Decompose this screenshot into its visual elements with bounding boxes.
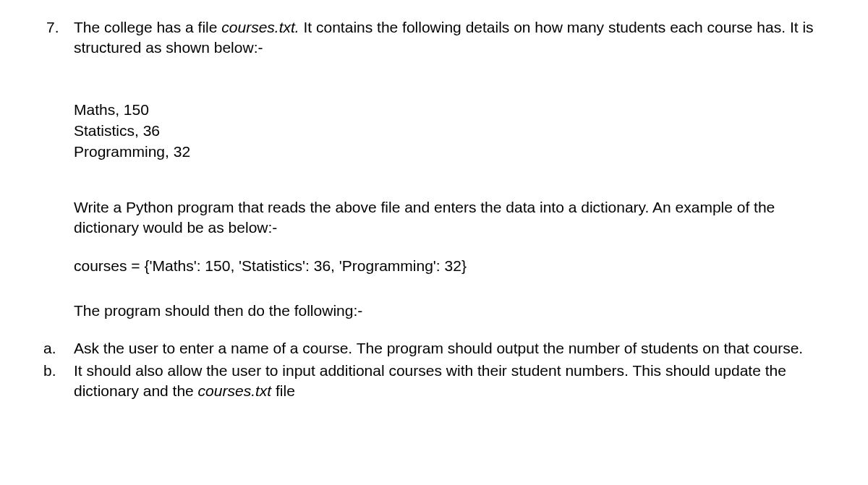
file-contents-block: Maths, 150 Statistics, 36 Programming, 3… [74,99,825,163]
file-line: Statistics, 36 [74,120,825,141]
subitem-letter: b. [43,361,74,381]
subitem-b-post: file [271,382,295,399]
intro-filename: courses.txt. [221,19,299,35]
paragraph-write: Write a Python program that reads the ab… [74,197,825,239]
subitem-b-text: It should also allow the user to input a… [74,361,825,402]
subitem-a-text: Ask the user to enter a name of a course… [74,338,825,359]
question-intro: The college has a file courses.txt. It c… [74,17,825,59]
subitem-b: b. It should also allow the user to inpu… [43,361,825,402]
subitem-b-filename: courses.txt [198,382,272,399]
file-line: Programming, 32 [74,141,825,162]
dictionary-example: courses = {'Maths': 150, 'Statistics': 3… [74,256,825,276]
subitem-b-pre: It should also allow the user to input a… [74,362,786,399]
subitem-letter: a. [43,338,74,359]
subitem-a: a. Ask the user to enter a name of a cou… [43,338,825,359]
intro-text-pre: The college has a file [74,19,221,35]
paragraph-then: The program should then do the following… [74,301,825,321]
question-number: 7. [43,17,74,38]
file-line: Maths, 150 [74,99,825,120]
question-row: 7. The college has a file courses.txt. I… [43,17,825,59]
